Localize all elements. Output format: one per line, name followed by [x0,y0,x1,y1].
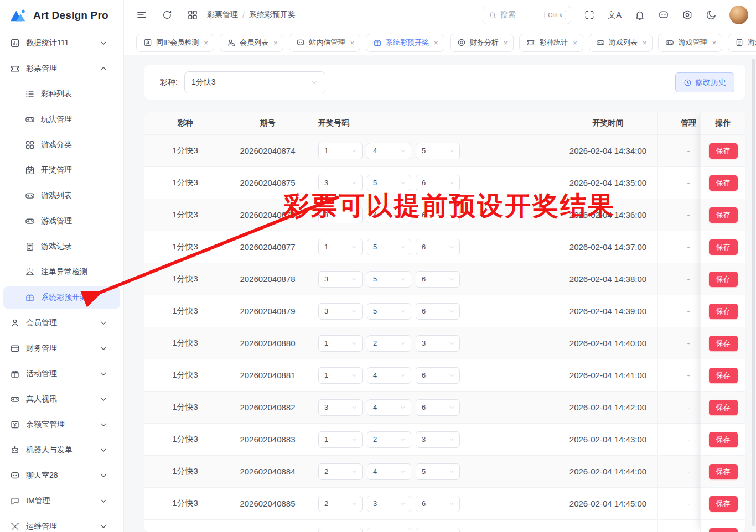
sidebar-item[interactable]: 活动管理 [3,363,120,385]
translate-icon[interactable]: 文A [608,10,622,20]
number-select-2[interactable]: 4 [367,463,411,480]
number-select-3[interactable]: 6 [416,367,460,384]
menu-collapse-icon[interactable] [136,9,147,20]
close-icon[interactable]: × [643,39,647,47]
number-select-3[interactable]: 6 [416,271,460,288]
number-select-3[interactable]: 6 [416,207,460,223]
number-select-2[interactable]: 5 [367,175,411,191]
number-select-1[interactable] [318,528,363,532]
number-select-3[interactable]: 5 [416,143,460,159]
search-input[interactable]: 搜索 Ctrl k [483,6,571,24]
save-button[interactable]: 保存 [709,304,738,319]
number-select-2[interactable]: 4 [367,207,411,223]
number-select-2[interactable]: 4 [367,399,411,416]
number-select-2[interactable]: 5 [367,303,411,320]
tab-chip[interactable]: 财务分析 × [450,34,514,52]
sidebar-item[interactable]: 彩票管理 [3,58,120,80]
number-select-2[interactable]: 3 [367,496,411,512]
sidebar-item[interactable]: 财务管理 [3,337,120,359]
modify-history-button[interactable]: 修改历史 [675,72,734,92]
chat-icon[interactable] [658,9,669,20]
number-select-2[interactable]: 5 [367,239,411,255]
sidebar-item[interactable]: 游戏管理 [3,210,120,232]
close-icon[interactable]: × [350,39,354,47]
fullscreen-icon[interactable] [584,9,595,20]
close-icon[interactable]: × [712,39,716,47]
number-select-1[interactable]: 1 [318,239,363,255]
number-select-3[interactable]: 6 [416,496,460,512]
tab-chip[interactable]: 同IP会员检测 × [136,34,214,52]
close-icon[interactable]: × [573,39,577,47]
number-select-2[interactable]: 2 [367,431,411,448]
save-button[interactable]: 保存 [709,368,738,383]
close-icon[interactable]: × [504,39,508,47]
sidebar-item[interactable]: IM管理 [3,490,120,512]
number-select-1[interactable]: 2 [318,496,363,512]
save-button[interactable]: 保存 [709,272,738,287]
number-select-1[interactable]: 3 [318,399,363,416]
number-select-1[interactable]: 3 [318,271,363,288]
number-select-1[interactable]: 3 [318,207,363,223]
sidebar-item[interactable]: 机器人与发单 [3,439,120,461]
save-button[interactable]: 保存 [709,464,738,479]
number-select-1[interactable]: 1 [318,431,363,448]
sidebar-item[interactable]: 运维管理 [3,515,120,532]
sidebar-item[interactable]: 注单异常检测 [3,261,120,283]
save-button[interactable]: 保存 [709,175,738,191]
number-select-1[interactable]: 1 [318,335,363,352]
number-select-3[interactable] [416,528,460,532]
sidebar-item[interactable]: 游戏记录 [3,236,120,258]
sidebar-item[interactable]: 彩种列表 [3,83,120,105]
breadcrumb-item[interactable]: 彩票管理 [207,10,238,20]
close-icon[interactable]: × [204,39,208,47]
save-button[interactable]: 保存 [709,143,738,159]
number-select-3[interactable]: 5 [416,463,460,480]
bell-icon[interactable] [634,9,645,20]
sidebar-item[interactable]: 游戏分类 [3,134,120,156]
page-scrollbar[interactable] [752,59,755,526]
number-select-3[interactable]: 3 [416,335,460,352]
sidebar-item[interactable]: 玩法管理 [3,108,120,131]
number-select-2[interactable]: 5 [367,271,411,288]
avatar[interactable] [729,6,748,24]
sidebar-item[interactable]: 余额宝管理 [3,414,120,436]
lottery-select[interactable]: 1分快3 [184,71,325,93]
number-select-1[interactable]: 3 [318,175,363,191]
number-select-3[interactable]: 6 [416,239,460,255]
sidebar-item[interactable]: 系统彩预开奖 [3,286,120,309]
close-icon[interactable]: × [273,39,278,47]
save-button[interactable]: 保存 [709,207,738,223]
sidebar-item[interactable]: 真人视讯 [3,388,120,410]
number-select-3[interactable]: 6 [416,303,460,320]
brand-logo[interactable]: Art Design Pro [0,0,123,31]
sidebar-item[interactable]: 数据统计111 [3,32,120,54]
tab-chip[interactable]: 彩种统计 × [519,34,583,52]
number-select-1[interactable]: 1 [318,143,363,159]
sidebar-item[interactable]: 游戏列表 [3,185,120,207]
number-select-2[interactable]: 4 [367,143,411,159]
save-button[interactable]: 保存 [709,239,738,255]
save-button[interactable]: 保存 [709,528,738,532]
sidebar-item[interactable]: 聊天室28 [3,465,120,487]
number-select-3[interactable]: 6 [416,175,460,191]
tab-chip[interactable]: 游戏管理 × [658,34,722,52]
tab-chip[interactable]: 站内信管理 × [289,34,360,52]
tab-chip[interactable]: 游戏记录 × [728,34,756,52]
number-select-1[interactable]: 2 [318,463,363,480]
close-icon[interactable]: × [434,39,438,47]
number-select-2[interactable]: 2 [367,335,411,352]
number-select-3[interactable]: 3 [416,431,460,448]
save-button[interactable]: 保存 [709,400,738,415]
apps-grid-icon[interactable] [187,9,198,20]
sidebar-item[interactable]: 开奖管理 [3,159,120,181]
save-button[interactable]: 保存 [709,496,738,512]
save-button[interactable]: 保存 [709,336,738,351]
tab-chip[interactable]: 会员列表 × [220,34,284,52]
number-select-1[interactable]: 3 [318,303,363,320]
number-select-1[interactable]: 1 [318,367,363,384]
tab-chip[interactable]: 系统彩预开奖 × [366,34,444,52]
number-select-3[interactable]: 6 [416,399,460,416]
number-select-2[interactable]: 4 [367,367,411,384]
tab-chip[interactable]: 游戏列表 × [589,34,653,52]
refresh-icon[interactable] [162,9,173,20]
